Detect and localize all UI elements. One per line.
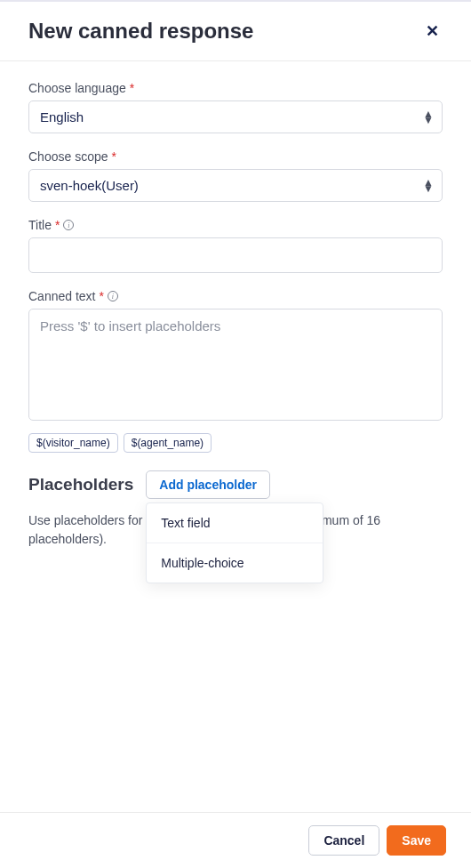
add-placeholder-dropdown: Text field Multiple-choice <box>146 502 323 583</box>
modal-footer: Cancel Save <box>0 812 471 868</box>
required-marker: * <box>55 218 60 232</box>
cancel-button[interactable]: Cancel <box>308 825 379 856</box>
field-title: Title* i <box>28 218 443 273</box>
required-marker: * <box>130 81 134 95</box>
close-icon: ✕ <box>426 22 439 40</box>
field-canned-text: Canned text* i <box>28 289 443 424</box>
scope-label-text: Choose scope <box>28 149 108 164</box>
required-marker: * <box>112 149 116 164</box>
placeholders-heading: Placeholders <box>28 475 133 494</box>
info-icon[interactable]: i <box>108 291 118 301</box>
title-label-text: Title <box>28 218 52 232</box>
modal-new-canned-response: New canned response ✕ Choose language* E… <box>0 0 471 868</box>
canned-text-input[interactable] <box>28 309 443 421</box>
modal-title: New canned response <box>28 19 253 44</box>
add-placeholder-wrap: Add placeholder Text field Multiple-choi… <box>146 470 270 499</box>
modal-header: New canned response ✕ <box>0 2 471 61</box>
language-select-wrap: English ▲▼ <box>28 100 443 133</box>
add-placeholder-button[interactable]: Add placeholder <box>146 470 270 499</box>
title-input[interactable] <box>28 237 443 273</box>
placeholders-header: Placeholders Add placeholder Text field … <box>28 470 443 499</box>
dropdown-item-multiple-choice[interactable]: Multiple-choice <box>147 543 323 583</box>
dropdown-item-text-field[interactable]: Text field <box>147 503 323 543</box>
scope-select[interactable]: sven-hoek(User) <box>28 169 443 202</box>
tag-visitor-name[interactable]: $(visitor_name) <box>28 433 118 453</box>
info-icon[interactable]: i <box>63 220 74 230</box>
field-scope: Choose scope* sven-hoek(User) ▲▼ <box>28 149 443 202</box>
scope-select-wrap: sven-hoek(User) ▲▼ <box>28 169 443 202</box>
field-language: Choose language* English ▲▼ <box>28 81 443 133</box>
canned-label: Canned text* i <box>28 289 443 303</box>
close-button[interactable]: ✕ <box>419 18 446 44</box>
tag-agent-name[interactable]: $(agent_name) <box>124 433 212 453</box>
title-label: Title* i <box>28 218 443 232</box>
save-button[interactable]: Save <box>387 825 446 856</box>
required-marker: * <box>100 289 104 303</box>
canned-label-text: Canned text <box>28 289 96 303</box>
language-label: Choose language* <box>28 81 443 95</box>
scope-label: Choose scope* <box>28 149 443 164</box>
language-select[interactable]: English <box>28 100 443 133</box>
language-label-text: Choose language <box>28 81 126 95</box>
modal-body: Choose language* English ▲▼ Choose scope… <box>0 61 471 812</box>
placeholder-tags: $(visitor_name) $(agent_name) <box>28 433 443 453</box>
